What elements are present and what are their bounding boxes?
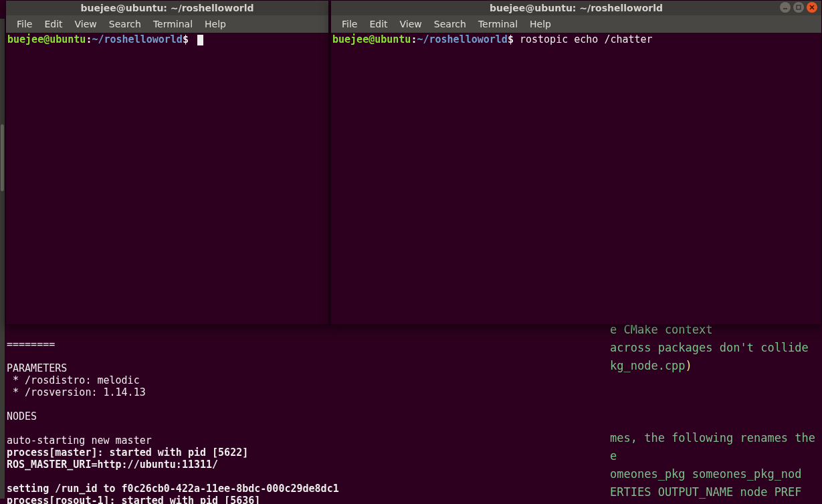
bg-ed-l2: across packages don't collide bbox=[610, 341, 809, 354]
prompt-userhost: buejee@ubuntu bbox=[7, 33, 86, 45]
maximize-icon bbox=[796, 5, 801, 10]
bg-ed-l6: omeones_pkg someones_pkg_nod bbox=[610, 467, 802, 481]
bg-roscore-output: ======== PARAMETERS * /rosdistro: melodi… bbox=[5, 326, 607, 504]
bg-master-uri: ROS_MASTER_URI=http://ubuntu:11311/ bbox=[7, 459, 218, 471]
bg-proc-rosout: process[rosout-1]: started with pid [563… bbox=[7, 495, 260, 504]
bg-ed-l3: kg_node.cpp bbox=[610, 359, 686, 372]
terminal-window-left: buejee@ubuntu: ~/roshelloworld File Edit… bbox=[5, 0, 329, 325]
bg-ed-l1: e CMake context bbox=[610, 323, 713, 336]
svg-rect-1 bbox=[797, 5, 801, 9]
prompt-dollar: $ bbox=[508, 33, 514, 45]
bg-set-runid: setting /run_id to f0c26cb0-422a-11ee-8b… bbox=[7, 483, 339, 495]
prompt-path: ~/roshelloworld bbox=[417, 33, 507, 45]
minimize-button[interactable] bbox=[780, 2, 791, 13]
menu-view[interactable]: View bbox=[395, 17, 427, 31]
minimize-icon bbox=[783, 5, 788, 10]
menu-file[interactable]: File bbox=[336, 17, 363, 31]
menu-search[interactable]: Search bbox=[104, 17, 146, 31]
launcher-scroll-thumb bbox=[1, 124, 4, 191]
bg-proc-master: process[master]: started with pid [5622] bbox=[7, 447, 248, 459]
terminal-body-left[interactable]: buejee@ubuntu:~/roshelloworld$ bbox=[6, 33, 328, 324]
bg-autostart: auto-starting new master bbox=[7, 434, 152, 447]
menu-terminal[interactable]: Terminal bbox=[148, 17, 198, 31]
window-title-right: buejee@ubuntu: ~/roshelloworld bbox=[490, 3, 663, 13]
prompt-path: ~/roshelloworld bbox=[92, 33, 182, 45]
bg-ed-l4: mes, the following renames the bbox=[610, 431, 815, 445]
bg-editor-text: e CMake context across packages don't co… bbox=[610, 321, 815, 501]
bg-param1: * /rosdistro: melodic bbox=[7, 374, 140, 386]
right-command: rostopic echo /chatter bbox=[520, 33, 653, 45]
bg-ed-l5: e bbox=[610, 449, 617, 463]
terminal-body-right[interactable]: buejee@ubuntu:~/roshelloworld$ rostopic … bbox=[331, 33, 821, 324]
bg-sep: ======== bbox=[7, 338, 55, 350]
maximize-button[interactable] bbox=[793, 2, 804, 13]
menu-help[interactable]: Help bbox=[199, 17, 231, 31]
bg-params-hdr: PARAMETERS bbox=[7, 362, 67, 374]
window-controls bbox=[780, 2, 817, 13]
window-title-left: buejee@ubuntu: ~/roshelloworld bbox=[81, 3, 254, 13]
menu-terminal[interactable]: Terminal bbox=[473, 17, 523, 31]
bg-nodes-hdr: NODES bbox=[7, 410, 37, 422]
menu-view[interactable]: View bbox=[70, 17, 102, 31]
prompt-userhost: buejee@ubuntu bbox=[332, 33, 411, 45]
cursor-block-icon bbox=[197, 35, 203, 45]
close-button[interactable] bbox=[807, 2, 817, 13]
launcher-strip bbox=[0, 19, 5, 499]
titlebar-right[interactable]: buejee@ubuntu: ~/roshelloworld bbox=[331, 1, 821, 15]
bg-ed-l7: ERTIES OUTPUT_NAME node PREF bbox=[610, 485, 802, 499]
bg-ed-l3p: ) bbox=[686, 359, 692, 372]
menu-file[interactable]: File bbox=[11, 17, 37, 31]
menu-edit[interactable]: Edit bbox=[39, 17, 68, 31]
bg-param2: * /rosversion: 1.14.13 bbox=[7, 386, 146, 398]
prompt-dollar: $ bbox=[183, 33, 189, 45]
menu-help[interactable]: Help bbox=[524, 17, 556, 31]
menu-search[interactable]: Search bbox=[429, 17, 472, 31]
menubar-right: File Edit View Search Terminal Help bbox=[331, 15, 821, 33]
close-icon bbox=[809, 5, 815, 10]
terminal-window-right: buejee@ubuntu: ~/roshelloworld File Edit… bbox=[330, 0, 822, 325]
titlebar-left[interactable]: buejee@ubuntu: ~/roshelloworld bbox=[6, 1, 328, 15]
menu-edit[interactable]: Edit bbox=[364, 17, 393, 31]
menubar-left: File Edit View Search Terminal Help bbox=[6, 15, 328, 33]
